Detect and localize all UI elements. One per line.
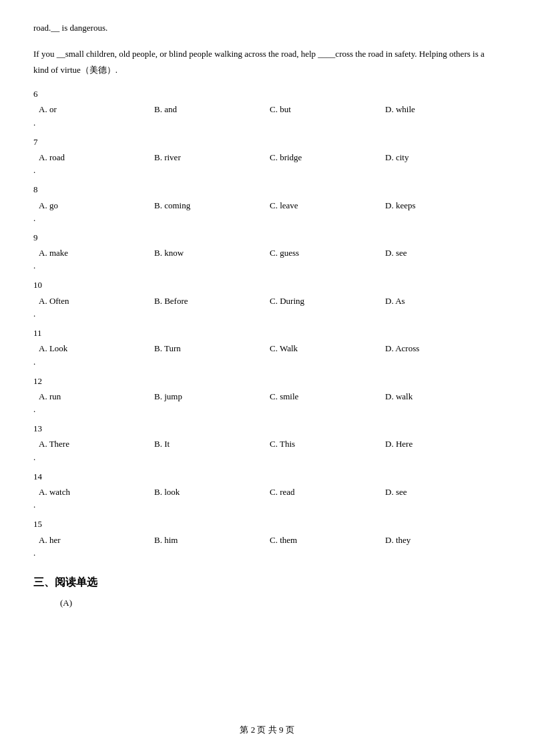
dot-separator-10: . — [33, 309, 501, 319]
options-row-12: A. runB. jumpC. smileD. walk — [33, 389, 501, 404]
dot-separator-15: . — [33, 548, 501, 558]
option-14-2[interactable]: B. look — [154, 484, 270, 500]
dot-separator-13: . — [33, 452, 501, 463]
options-row-7: A. roadB. riverC. bridgeD. city — [33, 150, 501, 165]
dot-separator-8: . — [33, 213, 501, 224]
option-7-2[interactable]: B. river — [154, 150, 270, 165]
option-9-4[interactable]: D. see — [385, 245, 501, 260]
option-15-2[interactable]: B. him — [154, 532, 270, 548]
options-row-9: A. makeB. knowC. guessD. see — [33, 245, 501, 260]
option-15-1[interactable]: A. her — [39, 532, 154, 548]
option-9-1[interactable]: A. make — [39, 245, 154, 260]
option-8-4[interactable]: D. keeps — [385, 198, 501, 213]
dot-separator-6: . — [33, 118, 501, 128]
question-14: 14A. watchB. lookC. readD. see. — [33, 471, 501, 512]
question-15: 15A. herB. himC. themD. they. — [33, 518, 501, 560]
option-11-4[interactable]: D. Across — [385, 341, 501, 356]
option-7-3[interactable]: C. bridge — [270, 150, 385, 165]
question-number-14: 14 — [33, 471, 501, 483]
question-8: 8A. goB. comingC. leaveD. keeps. — [33, 184, 501, 225]
dot-separator-7: . — [33, 165, 501, 176]
option-14-1[interactable]: A. watch — [39, 484, 154, 500]
dot-separator-11: . — [33, 357, 501, 367]
option-9-3[interactable]: C. guess — [270, 245, 385, 260]
question-12: 12A. runB. jumpC. smileD. walk. — [33, 375, 501, 417]
option-11-2[interactable]: B. Turn — [154, 341, 270, 356]
option-8-2[interactable]: B. coming — [154, 198, 270, 213]
question-10: 10A. OftenB. BeforeC. DuringD. As. — [33, 279, 501, 321]
question-number-15: 15 — [33, 518, 501, 530]
option-6-1[interactable]: A. or — [39, 102, 154, 117]
option-6-3[interactable]: C. but — [270, 102, 385, 117]
option-15-4[interactable]: D. they — [385, 532, 501, 548]
question-number-13: 13 — [33, 423, 501, 435]
intro-line1: road.__ is dangerous. — [33, 20, 501, 35]
options-row-15: A. herB. himC. themD. they — [33, 532, 501, 548]
option-12-4[interactable]: D. walk — [385, 389, 501, 404]
dot-separator-14: . — [33, 500, 501, 510]
option-7-4[interactable]: D. city — [385, 150, 501, 165]
option-7-1[interactable]: A. road — [39, 150, 154, 165]
option-10-4[interactable]: D. As — [385, 293, 501, 309]
option-10-3[interactable]: C. During — [270, 293, 385, 309]
question-13: 13A. ThereB. ItC. ThisD. Here. — [33, 423, 501, 464]
section3-title: 三、阅读单选 — [33, 576, 501, 590]
dot-separator-9: . — [33, 260, 501, 271]
option-10-1[interactable]: A. Often — [39, 293, 154, 309]
question-7: 7A. roadB. riverC. bridgeD. city. — [33, 136, 501, 178]
option-8-3[interactable]: C. leave — [270, 198, 385, 213]
option-6-2[interactable]: B. and — [154, 102, 270, 117]
option-8-1[interactable]: A. go — [39, 198, 154, 213]
intro-paragraph: If you __small children, old people, or … — [33, 46, 501, 77]
option-13-2[interactable]: B. It — [154, 436, 270, 451]
option-13-3[interactable]: C. This — [270, 436, 385, 451]
question-number-6: 6 — [33, 88, 501, 100]
question-number-9: 9 — [33, 232, 501, 244]
option-15-3[interactable]: C. them — [270, 532, 385, 548]
option-14-3[interactable]: C. read — [270, 484, 385, 500]
options-row-6: A. orB. andC. butD. while — [33, 102, 501, 117]
questions-container: 6A. orB. andC. butD. while.7A. roadB. ri… — [33, 88, 501, 560]
question-9: 9A. makeB. knowC. guessD. see. — [33, 232, 501, 273]
option-12-1[interactable]: A. run — [39, 389, 154, 404]
option-6-4[interactable]: D. while — [385, 102, 501, 117]
dot-separator-12: . — [33, 404, 501, 415]
question-number-8: 8 — [33, 184, 501, 196]
question-number-11: 11 — [33, 327, 501, 339]
page-footer: 第 2 页 共 9 页 — [33, 724, 501, 736]
options-row-8: A. goB. comingC. leaveD. keeps — [33, 198, 501, 213]
options-row-13: A. ThereB. ItC. ThisD. Here — [33, 436, 501, 451]
question-number-10: 10 — [33, 279, 501, 291]
question-number-12: 12 — [33, 375, 501, 387]
options-row-10: A. OftenB. BeforeC. DuringD. As — [33, 293, 501, 309]
option-14-4[interactable]: D. see — [385, 484, 501, 500]
question-number-7: 7 — [33, 136, 501, 148]
option-12-2[interactable]: B. jump — [154, 389, 270, 404]
question-11: 11A. LookB. TurnC. WalkD. Across. — [33, 327, 501, 369]
options-row-14: A. watchB. lookC. readD. see — [33, 484, 501, 500]
option-10-2[interactable]: B. Before — [154, 293, 270, 309]
options-row-11: A. LookB. TurnC. WalkD. Across — [33, 341, 501, 356]
option-12-3[interactable]: C. smile — [270, 389, 385, 404]
question-6: 6A. orB. andC. butD. while. — [33, 88, 501, 130]
section3-sub: (A) — [60, 598, 501, 608]
option-11-3[interactable]: C. Walk — [270, 341, 385, 356]
option-13-4[interactable]: D. Here — [385, 436, 501, 451]
option-9-2[interactable]: B. know — [154, 245, 270, 260]
option-11-1[interactable]: A. Look — [39, 341, 154, 356]
option-13-1[interactable]: A. There — [39, 436, 154, 451]
